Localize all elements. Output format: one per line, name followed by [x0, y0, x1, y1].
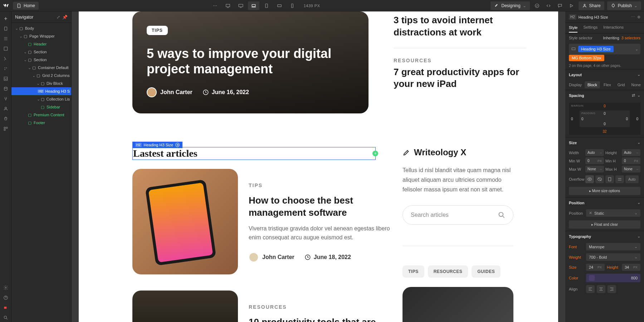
style-guide-icon[interactable] — [1, 64, 10, 73]
article-card-2[interactable]: RESOURCES 10 productivity tools that are — [132, 291, 390, 322]
focus-icon[interactable]: ⊕ — [637, 15, 640, 19]
search-input[interactable]: Search articles — [402, 205, 513, 225]
tree-item[interactable]: H2Heading H3 S — [11, 87, 71, 95]
section-position[interactable]: Position⌄ — [565, 197, 644, 208]
tree-item[interactable]: ▢Premium Content — [11, 111, 71, 119]
settings-icon[interactable] — [1, 283, 10, 292]
more-icon[interactable]: ⋯ — [209, 1, 221, 10]
minw-input[interactable]: 0PX — [585, 157, 604, 164]
side-article-1[interactable]: 3 tips to avoid internet distractions at… — [394, 14, 526, 39]
tree-item[interactable]: ▢Sidebar — [11, 103, 71, 111]
align-right[interactable] — [608, 285, 616, 293]
display-block[interactable]: Block — [585, 81, 600, 88]
font-size-input[interactable]: 24PX — [586, 264, 605, 271]
page-selector[interactable]: Home — [13, 2, 39, 10]
align-left[interactable] — [586, 285, 595, 293]
selection-label[interactable]: H2 Heading H3 Size ⚙ — [132, 142, 182, 148]
publish-button[interactable]: Publish ⌄ — [607, 1, 641, 10]
add-icon[interactable] — [1, 14, 10, 23]
tablet-landscape-icon[interactable] — [274, 1, 285, 10]
mode-toggle[interactable]: Designing ⌄ — [491, 1, 530, 10]
tablet-icon[interactable] — [261, 1, 272, 10]
collapse-icon[interactable]: ⤢ — [57, 15, 60, 20]
maxh-input[interactable]: None– — [622, 166, 640, 172]
overflow-visible[interactable] — [585, 175, 594, 183]
hero-card[interactable]: TIPS 5 ways to improve your digital proj… — [132, 11, 369, 113]
users-icon[interactable] — [1, 104, 10, 113]
side-article-2[interactable]: RESOURCES 7 great productivity apps for … — [394, 58, 526, 91]
assets-icon[interactable] — [1, 74, 10, 83]
spacing-editor[interactable]: MARGIN 0 0 0 32 PADDING 0 0 0 0 — [569, 103, 640, 135]
width-input[interactable]: Auto– — [585, 149, 604, 156]
tree-item[interactable]: ▢Header — [11, 40, 71, 48]
align-center[interactable] — [597, 285, 605, 293]
apps-icon[interactable] — [1, 125, 10, 133]
tab-settings[interactable]: Settings — [583, 25, 597, 31]
more-icon[interactable]: ⋯ — [631, 15, 635, 19]
font-select[interactable]: Manrope⌄ — [586, 243, 640, 250]
color-input[interactable]: 800 — [586, 274, 640, 282]
weight-select[interactable]: 700 - Bold⌄ — [586, 253, 640, 261]
overflow-scroll-x[interactable] — [615, 175, 624, 183]
tree-item[interactable]: ⌄▢Container Default — [11, 64, 71, 72]
tree-item[interactable]: ⌄▢Body — [11, 24, 71, 32]
minh-input[interactable]: 0PX — [622, 157, 640, 164]
section-spacing[interactable]: Spacing⇄ ⌄ — [565, 90, 644, 101]
tag-pill[interactable]: GUIDES — [472, 265, 501, 278]
tree-item[interactable]: ▢Footer — [11, 119, 71, 127]
overflow-hidden[interactable] — [595, 175, 604, 183]
variables-icon[interactable] — [1, 54, 10, 63]
height-input[interactable]: Auto– — [622, 149, 640, 156]
float-clear[interactable]: ▸ Float and clear — [569, 220, 640, 229]
tree-item[interactable]: ⌄▢Section — [11, 48, 71, 56]
components-icon[interactable] — [1, 44, 10, 53]
desktop-icon[interactable] — [222, 1, 234, 10]
tab-interactions[interactable]: Interactions — [603, 25, 624, 31]
laptop-icon[interactable] — [248, 1, 259, 10]
tree-item[interactable]: ⌄▢Page Wrapper — [11, 32, 71, 40]
settings-badge-icon[interactable]: ⚙ — [175, 143, 180, 147]
webflow-logo[interactable] — [3, 2, 10, 9]
code-icon[interactable] — [544, 1, 553, 10]
tree-item[interactable]: ⌄▢Collection Lis — [11, 95, 71, 103]
desktop-large-icon[interactable] — [235, 1, 247, 10]
article-card-1[interactable]: TIPS How to choose the best management s… — [132, 169, 390, 274]
share-button[interactable]: Share — [579, 1, 604, 10]
tab-style[interactable]: Style — [569, 24, 577, 33]
nav-tree-icon[interactable] — [1, 34, 10, 43]
display-grid[interactable]: Grid — [615, 81, 628, 88]
add-element-icon[interactable]: + — [372, 151, 378, 156]
display-none[interactable]: None — [628, 81, 643, 88]
hero-author[interactable]: John Carter — [147, 87, 192, 97]
article-author[interactable]: John Carter — [249, 252, 294, 262]
comment-icon[interactable] — [556, 1, 564, 10]
tree-item[interactable]: ⌄▢Grid 2 Columns — [11, 72, 71, 79]
pages-icon[interactable] — [1, 24, 10, 33]
logic-icon[interactable] — [1, 94, 10, 103]
mobile-icon[interactable] — [287, 1, 298, 10]
preview-icon[interactable] — [567, 1, 576, 10]
cms-icon[interactable] — [1, 84, 10, 93]
overflow-scroll[interactable] — [605, 175, 614, 183]
check-icon[interactable] — [533, 1, 541, 10]
more-size-options[interactable]: ▸ More size options — [569, 187, 640, 195]
search-icon[interactable] — [1, 313, 10, 322]
tree-item[interactable]: ⌄▢Section — [11, 56, 71, 64]
display-flex[interactable]: Flex — [601, 81, 614, 88]
video-icon[interactable] — [1, 303, 10, 312]
pin-icon[interactable]: 📌 — [62, 15, 68, 20]
maxw-input[interactable]: None– — [585, 166, 604, 172]
help-icon[interactable] — [1, 293, 10, 302]
tag-pill[interactable]: TIPS — [402, 265, 424, 278]
tag-pill[interactable]: RESOURCES — [428, 265, 468, 278]
ecommerce-icon[interactable] — [1, 114, 10, 123]
tree-item[interactable]: ⌄▢Div Block — [11, 79, 71, 87]
navigator-tree[interactable]: ⌄▢Body⌄▢Page Wrapper▢Header⌄▢Section⌄▢Se… — [11, 23, 71, 322]
combo-class[interactable]: MG Bottom 32px — [569, 55, 604, 61]
section-size[interactable]: Size⌄ — [565, 137, 644, 148]
line-height-input[interactable]: 34PX — [622, 264, 640, 271]
position-select[interactable]: ✕ Static ⌄ — [586, 209, 640, 217]
section-typography[interactable]: Typography⌄ — [565, 231, 644, 241]
hero-tag[interactable]: TIPS — [147, 26, 168, 35]
selector-input[interactable]: Heading H3 Size ⌄ — [569, 44, 640, 54]
